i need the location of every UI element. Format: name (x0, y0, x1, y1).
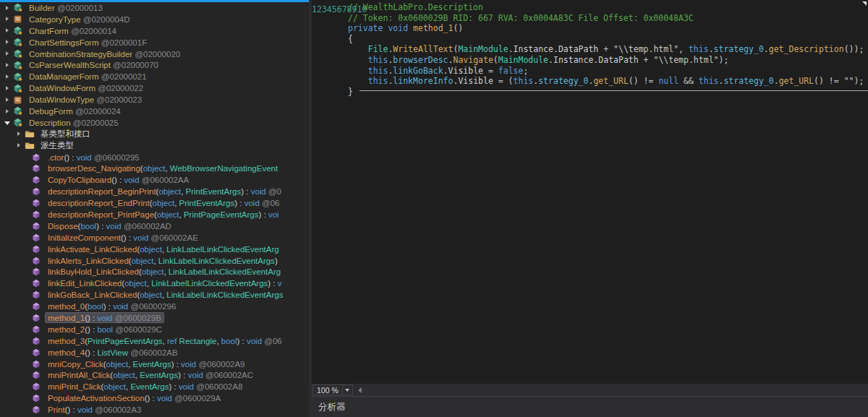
tree-item[interactable]: Description @02000025 (0, 117, 309, 129)
code-line[interactable]: // WealthLabPro.Description (348, 2, 868, 13)
expand-arrow-icon[interactable] (15, 129, 25, 140)
tree-item[interactable]: method_0(bool) : void @06000296 (0, 301, 309, 312)
tree-item-label: CombinationStrategyBuilder @02000020 (27, 49, 182, 59)
method-icon (32, 222, 43, 231)
tree-item[interactable]: 派生类型 (0, 140, 309, 152)
expand-arrow-icon[interactable] (4, 106, 13, 117)
tree-item-label: CategoryType @0200004D (27, 14, 132, 24)
code-line[interactable]: // Token: 0x0600029B RID: 667 RVA: 0x000… (348, 13, 868, 24)
tree-item-label: DebugForm @02000024 (27, 106, 123, 116)
analyzer-panel-header[interactable]: 分析器 (312, 396, 868, 417)
tree-item[interactable]: method_1() : void @0600029B (0, 312, 309, 324)
code-line[interactable]: private void method_1() (348, 23, 868, 34)
tree-item-label: mniPrint_Click(object, EventArgs) : void… (46, 382, 244, 392)
type-member-tree: Builder @02000013CategoryType @0200004DC… (0, 2, 309, 417)
code-line[interactable]: this.browserDesc.Navigate(MainModule.Ins… (348, 55, 868, 66)
expand-arrow-icon[interactable] (15, 140, 25, 152)
scrollbar-track[interactable] (365, 384, 868, 396)
expand-arrow-icon[interactable] (4, 48, 13, 60)
tree-item[interactable]: linkActivate_LinkClicked(object, LinkLab… (0, 244, 309, 255)
expand-arrow-icon[interactable] (4, 14, 13, 25)
tree-item[interactable]: linkGoBack_LinkClicked(object, LinkLabel… (0, 289, 309, 301)
folder-icon (25, 141, 36, 150)
zoom-combobox[interactable]: 100 % (312, 384, 353, 395)
code-line[interactable]: } (348, 87, 868, 98)
tree-item[interactable]: .ctor() : void @06000295 (0, 152, 309, 163)
app-window: Builder @02000013CategoryType @0200004DC… (0, 0, 868, 417)
tree-item-label: DataWindowForm @02000022 (27, 84, 145, 93)
tree-item-label: ChartForm @02000014 (27, 26, 119, 35)
class-icon (13, 3, 25, 12)
tree-item[interactable]: CopyToClipboard() : void @060002AA (0, 174, 309, 186)
class-icon (13, 49, 25, 59)
code-line-text: this.browserDesc.Navigate(MainModule.Ins… (348, 55, 728, 66)
tree-item[interactable]: PopulateActivationSection() : void @0600… (0, 392, 309, 404)
tree-item[interactable]: CombinationStrategyBuilder @02000020 (0, 48, 309, 60)
tree-item[interactable]: descriptionReport_EndPrint(object, Print… (0, 197, 309, 209)
tree-item[interactable]: mniCopy_Click(object, EventArgs) : void … (0, 358, 309, 370)
code-line-text: this.linkMoreInfo.Visible = (this.strate… (348, 76, 864, 87)
tree-item[interactable]: method_2() : bool @0600029C (0, 324, 309, 335)
method-icon (32, 233, 43, 242)
tree-item[interactable]: InitializeComponent() : void @060002AE (0, 232, 309, 244)
code-line[interactable]: { (348, 34, 868, 45)
method-icon (32, 371, 43, 379)
class-icon (13, 26, 25, 35)
method-icon (32, 360, 43, 369)
expand-arrow-icon[interactable] (4, 82, 13, 94)
tree-item[interactable]: DataWindowForm @02000022 (0, 82, 309, 94)
expand-arrow-icon[interactable] (4, 71, 13, 82)
tree-item[interactable]: mniPrintAll_Click(object, EventArgs) : v… (0, 370, 309, 382)
code-line[interactable]: File.WriteAllText(MainModule.Instance.Da… (348, 44, 868, 55)
tree-item[interactable]: CsParserWealthScript @02000070 (0, 59, 309, 71)
method-icon (32, 325, 43, 334)
tree-item[interactable]: descriptionReport_BeginPrint(object, Pri… (0, 186, 309, 197)
expand-arrow-icon[interactable] (4, 25, 13, 37)
tree-item[interactable]: ChartSettingsForm @0200001F (0, 37, 309, 48)
tree-item[interactable]: 基类型和接口 (0, 129, 309, 140)
tree-item[interactable]: linkBuyHold_LinkClicked(object, LinkLabe… (0, 266, 309, 278)
tree-item[interactable]: DataWindowType @02000023 (0, 94, 309, 106)
tree-item[interactable]: Dispose(bool) : void @060002AD (0, 220, 309, 232)
tree-item-label: DataManagerForm @02000021 (27, 72, 149, 82)
code-line[interactable]: this.linkMoreInfo.Visible = (this.strate… (348, 76, 868, 87)
code-line[interactable] (348, 97, 868, 108)
tree-item[interactable]: mniPrint_Click(object, EventArgs) : void… (0, 381, 309, 392)
collapse-arrow-icon[interactable] (4, 117, 13, 129)
scroll-left-button[interactable] (354, 384, 365, 395)
tree-item[interactable]: ChartForm @02000014 (0, 25, 309, 37)
expand-arrow-icon[interactable] (4, 2, 13, 14)
tree-item[interactable]: browserDesc_Navigating(object, WebBrowse… (0, 163, 309, 174)
line-number: 1 (312, 4, 317, 14)
tree-item[interactable]: linkAlerts_LinkClicked(object, LinkLabel… (0, 255, 309, 267)
line-number-gutter: 12345678910 (312, 2, 344, 383)
tree-item-label: method_1() : void @0600029B (46, 313, 163, 322)
expand-arrow-icon[interactable] (4, 94, 13, 106)
tree-item[interactable]: linkEdit_LinkClicked(object, LinkLabelLi… (0, 278, 309, 289)
code-pane[interactable]: // WealthLabPro.Description// Token: 0x0… (344, 2, 868, 383)
tree-item[interactable]: Print() : void @060002A3 (0, 404, 309, 416)
tree-item-label: descriptionReport_BeginPrint(object, Pri… (46, 187, 284, 197)
tree-item-label: linkBuyHold_LinkClicked(object, LinkLabe… (46, 267, 283, 277)
line-number: 3 (322, 4, 327, 14)
tree-item[interactable]: Builder @02000013 (0, 2, 309, 14)
expand-arrow-icon[interactable] (4, 37, 13, 48)
tree-item[interactable]: DataManagerForm @02000021 (0, 71, 309, 82)
method-icon (32, 279, 43, 288)
tree-item[interactable]: CategoryType @0200004D (0, 14, 309, 25)
tree-item[interactable]: descriptionReport_PrintPage(object, Prin… (0, 209, 309, 220)
line-number: 5 (332, 4, 337, 14)
method-icon (32, 187, 43, 196)
tree-item[interactable]: DebugForm @02000024 (0, 106, 309, 117)
code-editor: 12345678910 // WealthLabPro.Description/… (312, 0, 868, 383)
tree-item[interactable]: method_3(PrintPageEventArgs, ref Rectang… (0, 335, 309, 347)
class-icon (13, 61, 25, 70)
code-line[interactable]: this.linkGoBack.Visible = false; (348, 66, 868, 77)
code-line-text: File.WriteAllText(MainModule.Instance.Da… (348, 44, 864, 55)
tree-item[interactable]: method_4() : ListView @060002AB (0, 347, 309, 358)
expand-arrow-icon[interactable] (4, 59, 13, 71)
method-icon (32, 302, 43, 311)
chevron-down-icon[interactable] (342, 385, 352, 395)
tree-item-label: Builder @02000013 (27, 3, 105, 12)
code-line-text: // Token: 0x0600029B RID: 667 RVA: 0x000… (348, 13, 694, 24)
